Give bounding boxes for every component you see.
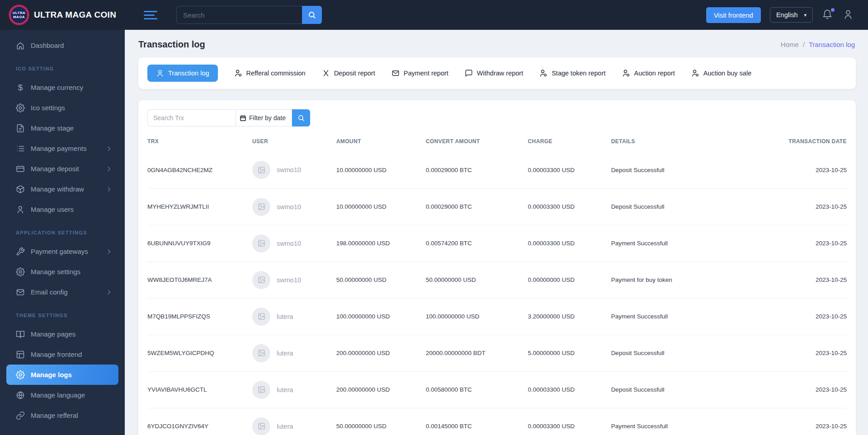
username: lutera (277, 386, 293, 393)
details-cell: Payment Successfull (611, 408, 752, 435)
logo-text-bottom: MAGA (13, 15, 25, 19)
user-gear-icon (234, 69, 242, 77)
sidebar-item-manage-logs[interactable]: Manage logs (6, 365, 118, 385)
mail-icon (392, 69, 400, 77)
sidebar-item-manage-withdraw[interactable]: Manage withdraw (6, 179, 118, 199)
convert-amount-cell: 0.00145000 BTC (426, 408, 528, 435)
transactions-card: Filter by date TRX USER AMOUNT CONVERT A… (138, 100, 856, 435)
sidebar-item-manage-payments[interactable]: Manage payments (6, 138, 118, 159)
notifications-bell[interactable] (822, 9, 834, 21)
details-cell: Deposit Successfull (611, 335, 752, 371)
sidebar-item-label: Payment gateways (31, 248, 88, 255)
sidebar-item-manage-deposit[interactable]: Manage deposit (6, 159, 118, 179)
search-input[interactable] (176, 6, 302, 24)
details-cell: Payment Successfull (611, 298, 752, 335)
tab-transaction-log[interactable]: Transction log (147, 65, 218, 82)
sidebar-item-manage-language[interactable]: Manage language (6, 385, 118, 405)
brand-name: ULTRA MAGA COIN (34, 10, 116, 20)
table-row: M7QB19MLPPSFIZQS lutera 100.00000000 USD… (147, 298, 847, 335)
calendar-icon (240, 115, 246, 122)
user-cell: lutera (252, 298, 336, 335)
search-trx-input[interactable] (147, 109, 236, 126)
sidebar-item-label: Manage stage (31, 124, 74, 132)
sidebar-section-theme-settings: THEME SETTINGS (6, 309, 118, 322)
table-row: 6UBUNNUVUY9TXIG9 swmo10 198.00000000 USD… (147, 225, 847, 262)
image-icon (258, 422, 265, 430)
amount-cell: 200.00000000 USD (336, 371, 426, 408)
table-row: YVIAVIBAVHU6GCTL lutera 200.00000000 USD… (147, 371, 847, 408)
trx-cell: 6UBUNNUVUY9TXIG9 (147, 225, 252, 262)
tab-auction-report[interactable]: Auction report (622, 69, 675, 77)
user-cell: lutera (252, 408, 336, 435)
language-select[interactable]: English ▾ (770, 7, 813, 23)
transactions-table: TRX USER AMOUNT CONVERT AMOUNT CHARGE DE… (147, 134, 847, 435)
hamburger-menu-icon[interactable] (144, 11, 157, 19)
table-row: 0GN4AGB42NCHE2MZ swmo10 10.00000000 USD … (147, 152, 847, 188)
search-button[interactable] (302, 6, 322, 24)
col-details: DETAILS (611, 134, 752, 152)
visit-frontend-button[interactable]: Visit frontend (706, 7, 761, 23)
amount-cell: 100.00000000 USD (336, 298, 426, 335)
trx-cell: WW8JEOT0J6MREJ7A (147, 262, 252, 298)
sidebar: ULTRA MAGA ULTRA MAGA COIN Dashboard ICO… (0, 0, 125, 435)
user-cell: lutera (252, 371, 336, 408)
avatar (252, 381, 270, 399)
sidebar-item-label: Manage users (31, 206, 74, 213)
tab-label: Deposit report (334, 70, 375, 77)
breadcrumb-home-link[interactable]: Home (781, 41, 799, 48)
topbar: Visit frontend English ▾ (125, 0, 868, 30)
charge-cell: 3.20000000 USD (528, 298, 611, 335)
table-row: MYHEHYZLWRJMTLII swmo10 10.00000000 USD … (147, 188, 847, 225)
gear-icon (16, 370, 25, 379)
tab-withdraw-report[interactable]: Withdraw report (465, 69, 523, 77)
tab-deposit-report[interactable]: Deposit report (322, 69, 375, 77)
tab-auction-buy-sale[interactable]: Auction buy sale (691, 69, 751, 77)
sidebar-nav: Dashboard ICO SETTING $ Manage currency … (0, 30, 125, 426)
brand-logo-icon: ULTRA MAGA (9, 5, 29, 25)
sidebar-item-manage-users[interactable]: Manage users (6, 199, 118, 220)
chevron-right-icon (106, 145, 112, 152)
sidebar-item-dashboard[interactable]: Dashboard (6, 35, 118, 56)
tab-stage-token-report[interactable]: Stage token report (539, 69, 605, 77)
sidebar-section-ico-setting: ICO SETTING (6, 62, 118, 75)
avatar (252, 234, 270, 253)
profile-menu[interactable] (843, 9, 854, 21)
user-cell: swmo10 (252, 152, 336, 188)
details-cell: Deposit Successfull (611, 152, 752, 188)
notification-dot (831, 8, 835, 12)
chevron-right-icon (106, 186, 112, 192)
sidebar-item-manage-frontend[interactable]: Manage frontend (6, 344, 118, 365)
package-icon (16, 185, 25, 194)
home-icon (16, 41, 25, 50)
search-icon (308, 11, 316, 19)
gear-icon (16, 103, 25, 112)
tab-label: Stage token report (552, 70, 605, 77)
sidebar-item-manage-currency[interactable]: $ Manage currency (6, 77, 118, 98)
sidebar-item-payment-gateways[interactable]: Payment gateways (6, 241, 118, 262)
sidebar-item-label: Manage language (31, 391, 85, 399)
logo-text-top: ULTRA (13, 11, 26, 15)
filter-by-date-input[interactable]: Filter by date (236, 109, 292, 126)
filter-search-button[interactable] (292, 109, 310, 126)
trx-cell: 0GN4AGB42NCHE2MZ (147, 152, 252, 188)
sidebar-item-label: Email config (31, 288, 68, 296)
sidebar-item-email-config[interactable]: Email config (6, 282, 118, 302)
sidebar-item-label: Dashboard (31, 42, 64, 49)
sidebar-item-manage-stage[interactable]: Manage stage (6, 118, 118, 138)
charge-cell: 0.00003300 USD (528, 408, 611, 435)
image-icon (258, 276, 265, 284)
breadcrumb-current[interactable]: Transaction log (809, 41, 855, 48)
tab-refferal-commission[interactable]: Refferal commission (234, 69, 306, 77)
sidebar-item-ico-settings[interactable]: Ico settings (6, 98, 118, 118)
tab-label: Refferal commission (246, 70, 306, 77)
details-cell: Payment Successfull (611, 225, 752, 262)
sidebar-item-manage-pages[interactable]: Manage pages (6, 324, 118, 344)
file-icon (16, 124, 25, 133)
report-tabs: Transction log Refferal commission Depos… (138, 57, 856, 89)
username: swmo10 (277, 240, 301, 247)
tab-payment-report[interactable]: Payment report (392, 69, 448, 77)
sidebar-item-manage-settings[interactable]: Manage settings (6, 262, 118, 282)
sidebar-item-manage-refferal[interactable]: Manage refferal (6, 405, 118, 426)
charge-cell: 0.00003300 USD (528, 188, 611, 225)
trx-cell: M7QB19MLPPSFIZQS (147, 298, 252, 335)
